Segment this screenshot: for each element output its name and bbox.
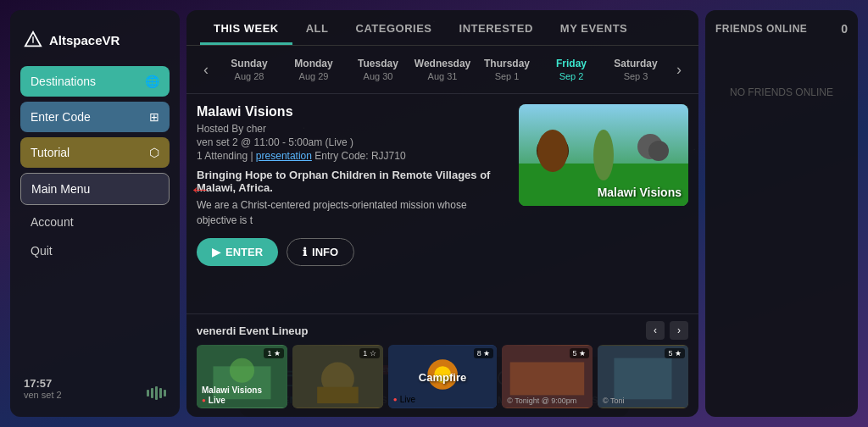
event-description: We are a Christ-centered projects-orient… xyxy=(197,197,509,228)
lineup-card-3[interactable]: 8 ★ Campfire Live xyxy=(388,345,497,408)
sidebar: AltspaceVR Destinations 🌐 Enter Code ⊞ T… xyxy=(10,10,180,417)
lineup-section: venerdi Event Lineup ‹ › 1 ★ xyxy=(186,313,698,417)
card-3-badge: 8 ★ xyxy=(474,348,494,358)
friends-header: FRIENDS ONLINE 0 xyxy=(715,22,848,36)
tab-all[interactable]: ALL xyxy=(292,10,342,45)
lineup-card-4[interactable]: 5 ★ © Tonight @ 9:00pm xyxy=(502,345,593,408)
event-actions: ▶ ENTER ℹ INFO xyxy=(197,238,509,266)
calendar-day-sunday[interactable]: Sunday Aug 28 xyxy=(219,54,280,85)
calendar-prev[interactable]: ‹ xyxy=(197,58,215,82)
calendar-row: ‹ Sunday Aug 28 Monday Aug 29 Tuesday Au… xyxy=(186,46,698,94)
app-logo: AltspaceVR xyxy=(20,24,170,61)
event-meta-time: ven set 2 @ 11:00 - 5:00am (Live ) xyxy=(197,136,509,148)
calendar-next[interactable]: › xyxy=(670,58,688,82)
clock-display: 17:57 xyxy=(24,377,62,390)
lineup-card-1[interactable]: 1 ★ Live Malawi Visions xyxy=(197,345,287,408)
calendar-day-monday[interactable]: Monday Aug 29 xyxy=(283,54,344,85)
quit-label: Quit xyxy=(31,244,53,258)
lineup-cards: 1 ★ Live Malawi Visions 1 ☆ xyxy=(197,345,688,408)
card-1-title: Malawi Visions xyxy=(202,385,262,395)
card-1-label: Live xyxy=(202,395,225,405)
card-3-live: Live xyxy=(393,390,415,405)
event-description-title: Bringing Hope to Orphan Children in Remo… xyxy=(197,169,509,194)
date-display: ven set 2 xyxy=(24,390,62,400)
arrow-left-indicator: → xyxy=(0,176,1,202)
destinations-label: Destinations xyxy=(31,75,96,88)
calendar-day-saturday[interactable]: Saturday Sep 3 xyxy=(605,54,666,85)
card-1-badge: 1 ★ xyxy=(264,348,284,358)
svg-point-5 xyxy=(537,130,568,172)
sidebar-item-tutorial[interactable]: Tutorial ⬡ xyxy=(20,137,170,168)
card-2-badge: 1 ☆ xyxy=(359,348,380,358)
account-label: Account xyxy=(31,215,74,229)
tab-interested[interactable]: INTERESTED xyxy=(446,10,547,45)
card-5-badge: 5 ★ xyxy=(665,348,685,358)
thumbnail-label: Malawi Visions xyxy=(598,186,682,199)
destinations-icon: 🌐 xyxy=(145,75,159,88)
svg-point-6 xyxy=(593,130,614,180)
friends-count: 0 xyxy=(841,22,848,36)
lineup-header: venerdi Event Lineup ‹ › xyxy=(197,314,688,345)
svg-rect-19 xyxy=(510,362,584,395)
svg-point-11 xyxy=(230,358,254,383)
event-meta-attend: 1 Attending | presentation Entry Code: R… xyxy=(197,150,509,162)
card-3-title: Campfire xyxy=(419,370,466,383)
calendar-day-tuesday[interactable]: Tuesday Aug 30 xyxy=(348,54,409,85)
svg-point-8 xyxy=(648,141,669,161)
tab-this-week[interactable]: THIS WEEK xyxy=(200,10,292,45)
event-info: Malawi Visions Hosted By cher ven set 2 … xyxy=(197,104,509,303)
enter-button[interactable]: ▶ ENTER xyxy=(197,238,278,266)
enter-icon: ▶ xyxy=(212,246,220,258)
logo-icon xyxy=(24,30,42,49)
sidebar-item-destinations[interactable]: Destinations 🌐 xyxy=(20,66,170,97)
info-icon: ℹ xyxy=(303,246,307,258)
event-presentation-link[interactable]: presentation xyxy=(256,150,312,162)
card-1-live: Live xyxy=(202,396,225,405)
card-4-badge: 5 ★ xyxy=(570,348,590,358)
friends-online-label: FRIENDS ONLINE xyxy=(715,23,807,35)
event-area: Malawi Visions Hosted By cher ven set 2 … xyxy=(186,94,698,313)
sidebar-item-main-menu[interactable]: → Main Menu ← xyxy=(20,173,170,205)
enter-code-icon: ⊞ xyxy=(149,110,159,124)
right-panel: FRIENDS ONLINE 0 NO FRIENDS ONLINE xyxy=(705,10,858,417)
info-button[interactable]: ℹ INFO xyxy=(287,238,354,266)
card-4-label: © Tonight @ 9:00pm xyxy=(507,396,576,405)
tutorial-label: Tutorial xyxy=(31,146,70,159)
sidebar-item-quit[interactable]: Quit xyxy=(20,239,170,263)
main-panel: THIS WEEK ALL CATEGORIES INTERESTED MY E… xyxy=(186,10,698,417)
volume-icon xyxy=(147,386,166,400)
calendar-day-thursday[interactable]: Thursday Sep 1 xyxy=(476,54,537,85)
arrow-right-indicator: ← xyxy=(189,176,211,202)
no-friends-text: NO FRIENDS ONLINE xyxy=(715,86,848,98)
lineup-next[interactable]: › xyxy=(670,321,688,340)
svg-rect-21 xyxy=(615,358,672,400)
main-menu-label: Main Menu xyxy=(31,182,90,196)
sidebar-item-account[interactable]: Account xyxy=(20,210,170,234)
lineup-card-5[interactable]: 5 ★ © Toni xyxy=(598,345,688,408)
event-thumbnail: Malawi Visions xyxy=(519,104,688,206)
lineup-card-2[interactable]: 1 ☆ xyxy=(292,345,383,408)
tab-categories[interactable]: CATEGORIES xyxy=(342,10,446,45)
card-5-label: © Toni xyxy=(603,396,624,405)
sidebar-item-enter-code[interactable]: Enter Code ⊞ xyxy=(20,102,170,132)
app-layout: AltspaceVR Destinations 🌐 Enter Code ⊞ T… xyxy=(0,0,868,427)
lineup-title: venerdi Event Lineup xyxy=(197,324,308,337)
calendar-day-friday[interactable]: Friday Sep 2 xyxy=(541,54,602,85)
logo-text: AltspaceVR xyxy=(49,33,120,47)
calendar-day-wednesday[interactable]: Wednesday Aug 31 xyxy=(412,54,473,85)
enter-code-label: Enter Code xyxy=(31,110,91,124)
event-title: Malawi Visions xyxy=(197,104,509,119)
tutorial-icon: ⬡ xyxy=(149,146,159,159)
event-host: Hosted By cher xyxy=(197,123,509,135)
lineup-prev[interactable]: ‹ xyxy=(646,321,665,340)
lineup-nav: ‹ › xyxy=(646,321,688,340)
tab-my-events[interactable]: MY EVENTS xyxy=(547,10,641,45)
svg-rect-14 xyxy=(317,387,359,403)
sidebar-bottom: 17:57 ven set 2 xyxy=(20,374,170,403)
main-tabs: THIS WEEK ALL CATEGORIES INTERESTED MY E… xyxy=(186,10,698,46)
